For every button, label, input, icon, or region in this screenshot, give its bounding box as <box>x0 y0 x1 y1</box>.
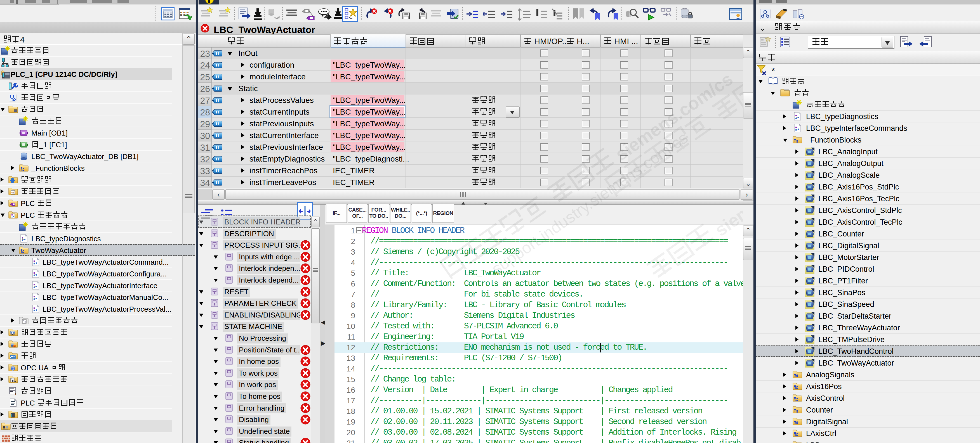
svg-text:01: 01 <box>11 191 14 194</box>
svg-text:i: i <box>15 391 16 396</box>
